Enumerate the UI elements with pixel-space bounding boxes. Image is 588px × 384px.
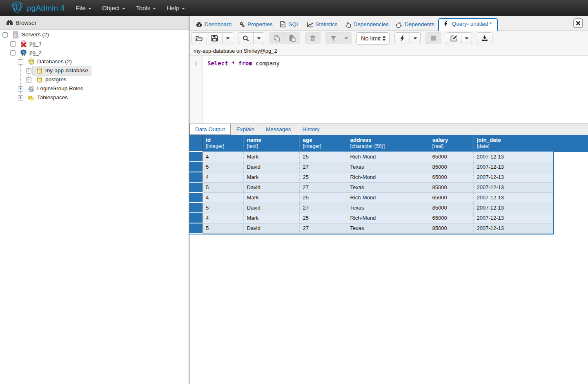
cell-age[interactable]: 25 [299, 192, 347, 203]
cell-name[interactable]: Mark [243, 172, 299, 182]
cell-join_date[interactable]: 2007-12-13 [473, 192, 554, 203]
copy-button[interactable] [269, 32, 285, 44]
tree-item-servers-2[interactable]: Servers (2) [0, 30, 189, 39]
cell-address[interactable]: Texas [347, 203, 429, 213]
cell-age[interactable]: 27 [299, 203, 347, 213]
cell-age[interactable]: 25 [299, 172, 347, 182]
tree-item-tablespaces[interactable]: Tablespaces [0, 93, 189, 102]
cell-age[interactable]: 27 [299, 162, 347, 172]
cell-join_date[interactable]: 2007-12-13 [473, 162, 554, 172]
expand-icon[interactable] [26, 77, 31, 83]
tab-query-untitled[interactable]: Query- untitled * [438, 18, 498, 31]
tab-sql[interactable]: SQL [276, 19, 303, 30]
tab-statistics[interactable]: Statistics [303, 19, 341, 30]
column-header-salary[interactable]: salary[real] [429, 135, 473, 152]
cell-salary[interactable]: 85000 [429, 182, 473, 192]
row-selector-cell[interactable] [189, 152, 202, 162]
cell-address[interactable]: Texas [347, 223, 429, 233]
expand-icon[interactable] [10, 41, 16, 47]
edit-menu-button[interactable] [461, 32, 472, 44]
cell-salary[interactable]: 65000 [429, 213, 473, 223]
row-limit-select[interactable]: No limit [356, 32, 390, 45]
save-button[interactable] [207, 32, 223, 44]
paste-button[interactable] [285, 32, 300, 44]
output-tab-explain[interactable]: Explain [231, 124, 260, 135]
cell-salary[interactable]: 65000 [429, 192, 473, 203]
tree-item-postgres[interactable]: postgres [0, 75, 189, 84]
column-header-id[interactable]: id[integer] [202, 135, 243, 152]
stop-button[interactable] [425, 32, 441, 44]
column-header-age[interactable]: age[integer] [299, 135, 347, 152]
cell-join_date[interactable]: 2007-12-13 [473, 213, 554, 223]
row-selector-cell[interactable] [189, 203, 202, 213]
row-selector-cell[interactable] [189, 213, 202, 223]
edit-button[interactable] [446, 32, 461, 44]
cell-id[interactable]: 5 [202, 223, 243, 233]
row-selector-cell[interactable] [189, 172, 202, 182]
cell-name[interactable]: David [243, 182, 299, 192]
close-panel-button[interactable] [573, 18, 583, 28]
row-selector-cell[interactable] [189, 192, 202, 203]
cell-name[interactable]: Mark [243, 213, 299, 223]
cell-id[interactable]: 5 [202, 162, 243, 172]
cell-id[interactable]: 4 [202, 213, 243, 223]
cell-salary[interactable]: 65000 [429, 172, 473, 182]
tree-item-pg-1[interactable]: pg_1 [0, 39, 189, 48]
cell-id[interactable]: 4 [202, 192, 243, 203]
cell-age[interactable]: 27 [299, 223, 347, 233]
row-selector-cell[interactable] [189, 223, 202, 233]
cell-salary[interactable]: 65000 [429, 152, 473, 162]
sql-editor[interactable]: 1 Select * from company [189, 56, 588, 123]
menu-object[interactable]: Object [97, 1, 131, 15]
cell-age[interactable]: 27 [299, 182, 347, 192]
cell-salary[interactable]: 85000 [429, 223, 473, 233]
cell-join_date[interactable]: 2007-12-13 [473, 203, 554, 213]
tab-dependents[interactable]: Dependents [392, 19, 438, 30]
cell-address[interactable]: Texas [347, 162, 429, 172]
tab-dependencies[interactable]: Dependencies [341, 19, 392, 30]
cell-join_date[interactable]: 2007-12-13 [473, 172, 554, 182]
cell-join_date[interactable]: 2007-12-13 [473, 182, 554, 192]
tree-item-login-group-roles[interactable]: Login/Group Roles [0, 84, 189, 93]
select-all-cell[interactable] [189, 135, 202, 152]
tree-item-pg-2[interactable]: pg_2 [0, 48, 189, 57]
tab-dashboard[interactable]: Dashboard [192, 19, 235, 30]
collapse-icon[interactable] [10, 50, 16, 56]
cell-id[interactable]: 5 [202, 203, 243, 213]
cell-id[interactable]: 5 [202, 182, 243, 192]
cell-name[interactable]: David [243, 203, 299, 213]
column-header-join_date[interactable]: join_date[date] [473, 135, 554, 152]
tree-item-databases-2[interactable]: Databases (2) [0, 57, 189, 66]
cell-id[interactable]: 4 [202, 172, 243, 182]
execute-query-button[interactable] [394, 32, 410, 44]
collapse-icon[interactable] [2, 32, 8, 38]
menu-help[interactable]: Help [161, 1, 190, 15]
output-tab-messages[interactable]: Messages [260, 124, 297, 135]
execute-menu-button[interactable] [410, 32, 421, 44]
cell-address[interactable]: Rich-Mond [347, 192, 429, 203]
cell-address[interactable]: Rich-Mond [347, 152, 429, 162]
filter-button[interactable] [325, 32, 341, 44]
cell-join_date[interactable]: 2007-12-13 [473, 223, 554, 233]
delete-row-button[interactable] [305, 32, 321, 44]
cell-salary[interactable]: 85000 [429, 162, 473, 172]
cell-name[interactable]: David [243, 223, 299, 233]
expand-icon[interactable] [18, 95, 23, 100]
output-tab-data-output[interactable]: Data Output [189, 124, 231, 135]
filter-menu-button[interactable] [341, 32, 352, 44]
cell-address[interactable]: Texas [347, 182, 429, 192]
save-menu-button[interactable] [223, 32, 233, 44]
cell-age[interactable]: 25 [299, 213, 347, 223]
menu-tools[interactable]: Tools [131, 1, 161, 15]
tree-item-my-app-database[interactable]: my-app-database [0, 66, 189, 75]
row-selector-cell[interactable] [189, 162, 202, 172]
row-selector-cell[interactable] [189, 182, 202, 192]
cell-name[interactable]: David [243, 162, 299, 172]
output-tab-history[interactable]: History [297, 124, 325, 135]
expand-icon[interactable] [18, 86, 23, 92]
collapse-icon[interactable] [18, 59, 23, 65]
column-header-address[interactable]: address[character (50)] [347, 135, 429, 152]
cell-name[interactable]: Mark [243, 192, 299, 203]
cell-join_date[interactable]: 2007-12-13 [473, 152, 554, 162]
cell-id[interactable]: 4 [202, 152, 243, 162]
